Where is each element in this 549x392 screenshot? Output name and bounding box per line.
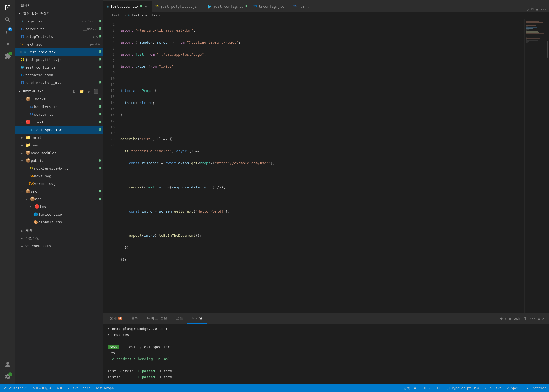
- open-file-server[interactable]: TS server.ts __moc... U: [15, 25, 103, 33]
- breadcrumb-part2[interactable]: ⚛ Test.spec.tsx: [128, 13, 157, 17]
- node-modules-folder[interactable]: ▶ 📦 node_modules: [15, 149, 103, 157]
- test-spec-file[interactable]: ⚛ Test.spec.tsx U: [15, 126, 103, 134]
- swc-folder-name: .swc: [31, 143, 101, 147]
- panel-maximize-icon[interactable]: ∧: [538, 316, 540, 321]
- editor-layout-icon[interactable]: ▣: [536, 7, 538, 12]
- project-section[interactable]: ▾ NEXT-PLAYG... 🗋 📁 ↻ ⬛: [15, 88, 103, 95]
- terminal-line-2: > jest test: [108, 332, 545, 338]
- open-file-next-svg[interactable]: SVG next.svg public: [15, 40, 103, 48]
- activity-git[interactable]: 10: [2, 26, 13, 37]
- status-spell[interactable]: ✓ Spell: [504, 384, 524, 392]
- server-ts-file[interactable]: TS server.ts U: [15, 111, 103, 118]
- panel-tab-terminal[interactable]: 터미널: [187, 313, 207, 324]
- activity-run[interactable]: [2, 38, 13, 49]
- app-test-folder[interactable]: ▾ 🔴 test: [15, 203, 103, 210]
- test-folder[interactable]: ▾ 🔴 __test__: [15, 118, 103, 126]
- new-terminal-icon[interactable]: +: [500, 316, 503, 321]
- handlers-ts-file[interactable]: TS handlers.ts U: [15, 103, 103, 111]
- activity-search[interactable]: [2, 14, 13, 25]
- open-file-setup[interactable]: TS setupTests.ts src U: [15, 33, 103, 40]
- info-icon: ⓘ: [45, 386, 48, 391]
- activity-account[interactable]: [2, 359, 13, 370]
- swc-folder-icon: 📁: [25, 142, 31, 148]
- activity-extensions[interactable]: 1: [2, 50, 13, 61]
- msw-file[interactable]: JS mockServiceWo... U: [15, 164, 103, 172]
- new-file-btn[interactable]: 🗋: [71, 88, 77, 94]
- tab-jest-config[interactable]: 🐦 jest.config.ts U: [204, 1, 250, 12]
- favicon-file[interactable]: 🌐 favicon.ico: [15, 210, 103, 218]
- open-file-polyfills[interactable]: JS jest.polyfills.js U: [15, 56, 103, 63]
- status-encoding[interactable]: UTF-8: [419, 384, 434, 392]
- split-editor-icon[interactable]: ⧉: [531, 7, 534, 12]
- open-file-test-spec[interactable]: ✕ ⚛ Test.spec.tsx _... U: [15, 48, 103, 56]
- next-svg-file[interactable]: SVG next.svg: [15, 172, 103, 180]
- timeline-section[interactable]: ▶ 타임라인: [15, 235, 103, 242]
- swc-folder[interactable]: ▶ 📁 .swc: [15, 141, 103, 149]
- status-prettier[interactable]: ✦ Prettier: [524, 384, 549, 392]
- open-file-tsconfig[interactable]: TS tsconfig.json: [15, 71, 103, 79]
- close-test-spec-icon[interactable]: ✕: [20, 50, 22, 54]
- scrollbar-thumb[interactable]: [547, 41, 548, 58]
- src-folder[interactable]: ▾ 📦 src: [15, 187, 103, 195]
- vscode-pets-section[interactable]: ▶ VS CODE PETS: [15, 242, 103, 250]
- status-eol[interactable]: LF: [434, 384, 443, 392]
- status-live-share[interactable]: ↗ Live Share: [65, 384, 93, 392]
- breadcrumb-part3[interactable]: ...: [162, 13, 168, 17]
- status-eol-label: LF: [437, 386, 441, 390]
- status-spaces[interactable]: 공백: 4: [400, 384, 419, 392]
- next-folder[interactable]: ▶ 📁 .next: [15, 134, 103, 141]
- mocks-folder[interactable]: ▾ 📦 __mocks__: [15, 95, 103, 103]
- terminal-content[interactable]: > next-playground@0.1.0 test > jest test…: [103, 324, 549, 384]
- vercel-svg-file[interactable]: SVG vercel.svg: [15, 180, 103, 187]
- more-actions-icon[interactable]: ···: [540, 7, 547, 12]
- panel-tab-ports[interactable]: 포트: [172, 313, 187, 324]
- code-line-1: import "@testing-library/jest-dom";: [118, 27, 524, 33]
- editor-scrollbar[interactable]: [546, 19, 549, 313]
- tab-test-spec[interactable]: ⚛ Test.spec.tsx U ✕: [103, 1, 152, 12]
- status-branch[interactable]: ⎇ ⎇ main* ⟳: [0, 384, 30, 392]
- status-git-graph[interactable]: Git Graph: [93, 384, 116, 392]
- app-test-icon: 🔴: [34, 204, 40, 209]
- tab-tsconfig[interactable]: TS tsconfig.json: [250, 1, 290, 12]
- run-tests-icon[interactable]: ▷: [527, 7, 529, 12]
- status-go-live-label: Go Live: [488, 386, 502, 390]
- split-terminal-icon[interactable]: ⊞: [509, 316, 511, 321]
- collapse-btn[interactable]: ⬛: [93, 88, 99, 94]
- status-errors[interactable]: ⊗ 0 ⚠ 0 ⓘ 4: [30, 384, 54, 392]
- kill-terminal-icon[interactable]: 🗑: [523, 316, 527, 321]
- open-file-jest-config[interactable]: 🐦 jest.config.ts U: [15, 63, 103, 71]
- activity-settings[interactable]: 1: [2, 371, 13, 382]
- panel-more-icon[interactable]: ···: [529, 317, 536, 321]
- panel-tab-output[interactable]: 출력: [127, 313, 143, 324]
- status-go-live[interactable]: ⚡ Go Live: [482, 384, 504, 392]
- page-tsx-path: src/ap...: [82, 19, 98, 23]
- open-file-handlers[interactable]: TS handlers.ts __m... U: [15, 79, 103, 86]
- globals-file[interactable]: 🎨 globals.css: [15, 218, 103, 226]
- code-line-19: });: [118, 245, 524, 251]
- public-folder[interactable]: ▾ 📦 public: [15, 157, 103, 164]
- panel-tab-problems[interactable]: 문제 4: [105, 313, 127, 324]
- code-editor[interactable]: 12345 678910 1112131415 1617181920 21 im…: [103, 19, 549, 313]
- test-spec2-name: Test.spec.tsx: [34, 128, 98, 132]
- panel-tab-debug[interactable]: 디버그 콘솔: [143, 313, 172, 324]
- status-no-problems[interactable]: ⊘ 0: [54, 384, 65, 392]
- terminal-dropdown[interactable]: ∨: [505, 317, 507, 320]
- new-folder-btn[interactable]: 📁: [79, 88, 85, 94]
- breadcrumb-part1[interactable]: __test__: [108, 13, 124, 17]
- open-editors-section[interactable]: ▾ 열려 있는 편집기: [15, 10, 103, 17]
- activity-explorer[interactable]: [2, 2, 13, 13]
- app-folder[interactable]: ▾ 📦 app: [15, 195, 103, 203]
- code-line-8: }: [118, 112, 524, 118]
- tab-handlers[interactable]: TS har...: [290, 1, 315, 12]
- server-ts-path: __moc...: [83, 27, 98, 31]
- status-language[interactable]: {} TypeScript JSX: [444, 384, 482, 392]
- refresh-btn[interactable]: ↻: [86, 88, 92, 94]
- polyfills-badge: U: [99, 58, 101, 61]
- open-file-page[interactable]: ⚛ page.tsx src/ap... U: [15, 17, 103, 25]
- code-content[interactable]: import "@testing-library/jest-dom"; impo…: [118, 19, 524, 313]
- tab-polyfills[interactable]: JS jest.polyfills.js U: [152, 1, 204, 12]
- globals-icon: 🎨: [33, 219, 38, 225]
- tab-test-spec-close[interactable]: ✕: [144, 4, 149, 9]
- panel-close-icon[interactable]: ✕: [542, 316, 545, 321]
- outline-section[interactable]: ▶ 개요: [15, 227, 103, 235]
